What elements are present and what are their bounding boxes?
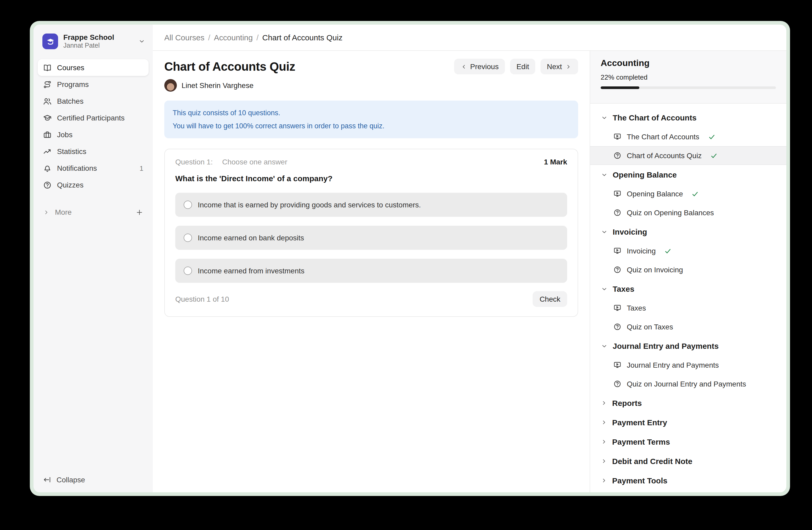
brand-title: Frappe School — [63, 33, 114, 42]
lesson-quiz-on-taxes[interactable]: Quiz on Taxes — [590, 317, 786, 336]
chapter-payment-entry[interactable]: Payment Entry — [590, 413, 786, 432]
chevron-down-icon[interactable] — [138, 38, 145, 45]
edit-button[interactable]: Edit — [510, 59, 535, 74]
sidebar-item-jobs[interactable]: Jobs — [38, 126, 149, 143]
collapse-sidebar-button[interactable]: Collapse — [33, 476, 153, 492]
breadcrumb-all-courses[interactable]: All Courses — [164, 33, 204, 42]
question-instruction: Choose one answer — [222, 158, 287, 166]
quiz-icon — [613, 208, 622, 217]
breadcrumb-separator: / — [256, 33, 259, 42]
lesson-invoicing[interactable]: Invoicing — [590, 241, 786, 260]
quiz-nav-buttons: Previous Edit Next — [454, 59, 578, 74]
sidebar-item-more[interactable]: More — [38, 204, 149, 221]
sidebar-item-label: Batches — [57, 97, 84, 105]
course-progress-header: Accounting 22% completed — [590, 51, 786, 104]
question-marks: 1 Mark — [544, 158, 567, 166]
lesson-title: Opening Balance — [627, 190, 683, 198]
chapter-taxes[interactable]: Taxes — [590, 279, 786, 298]
route-icon — [43, 80, 52, 89]
sidebar-nav: CoursesProgramsBatchesCertified Particip… — [33, 59, 153, 193]
lesson-quiz-on-opening-balances[interactable]: Quiz on Opening Balances — [590, 203, 786, 222]
chapter-title: Opening Balance — [613, 170, 677, 179]
lesson-title: Chart of Accounts Quiz — [627, 151, 701, 160]
notification-count-badge: 1 — [140, 164, 143, 172]
previous-button[interactable]: Previous — [454, 59, 505, 74]
chapter-the-chart-of-accounts[interactable]: The Chart of Accounts — [590, 108, 786, 127]
chevron-right-icon — [600, 419, 607, 426]
question-text: What is the 'Direct Income' of a company… — [175, 174, 567, 183]
lesson-chart-of-accounts-quiz[interactable]: Chart of Accounts Quiz — [590, 146, 786, 165]
answer-option-3[interactable]: Income earned from investments — [175, 259, 567, 283]
course-completed-label: 22% completed — [600, 73, 776, 81]
breadcrumb-separator: / — [208, 33, 210, 42]
bell-icon — [43, 164, 52, 172]
chapter-journal-entry-and-payments[interactable]: Journal Entry and Payments — [590, 336, 786, 355]
course-title: Accounting — [600, 58, 776, 69]
lesson-journal-entry-and-payments[interactable]: Journal Entry and Payments — [590, 355, 786, 375]
answer-option-1[interactable]: Income that is earned by providing goods… — [175, 193, 567, 217]
sidebar-item-quizzes[interactable]: Quizzes — [38, 177, 149, 193]
chapter-payment-terms[interactable]: Payment Terms — [590, 432, 786, 451]
sidebar-more-wrap: More — [33, 196, 153, 221]
chevron-down-icon — [600, 114, 608, 121]
help-circle-icon — [43, 180, 52, 189]
progress-bar-fill — [600, 86, 639, 89]
lesson-the-chart-of-accounts[interactable]: The Chart of Accounts — [590, 127, 786, 146]
question-progress: Question 1 of 10 — [175, 295, 229, 303]
sidebar-item-notifications[interactable]: Notifications1 — [38, 160, 149, 177]
chapter-title: Reports — [612, 399, 642, 407]
sidebar-item-programs[interactable]: Programs — [38, 76, 149, 93]
collapse-label: Collapse — [57, 476, 85, 484]
workspace-switcher[interactable]: Frappe School Jannat Patel — [33, 25, 153, 56]
lesson-opening-balance[interactable]: Opening Balance — [590, 184, 786, 203]
app-window-frame: Frappe School Jannat Patel CoursesProgra… — [30, 21, 790, 496]
chevron-right-icon — [600, 438, 607, 445]
radio-button[interactable] — [184, 267, 192, 275]
video-lesson-icon — [613, 190, 622, 198]
next-button[interactable]: Next — [540, 59, 578, 74]
radio-button[interactable] — [184, 234, 192, 242]
sidebar-item-batches[interactable]: Batches — [38, 93, 149, 110]
lesson-quiz-on-invoicing[interactable]: Quiz on Invoicing — [590, 260, 786, 279]
radio-button[interactable] — [184, 200, 192, 209]
chapter-title: The Chart of Accounts — [613, 113, 697, 122]
chevron-down-icon — [600, 228, 608, 235]
quiz-icon — [613, 151, 622, 160]
sidebar-item-label: Courses — [57, 64, 84, 72]
author-name: Linet Sherin Varghese — [182, 81, 253, 89]
chevron-right-icon — [600, 477, 607, 484]
check-icon — [664, 247, 672, 255]
chevron-down-icon — [600, 171, 608, 178]
chapter-payment-tools[interactable]: Payment Tools — [590, 471, 786, 490]
sidebar-item-certified-participants[interactable]: Certified Participants — [38, 110, 149, 126]
breadcrumb-accounting[interactable]: Accounting — [214, 33, 253, 42]
check-icon — [710, 152, 718, 159]
chapter-opening-balance[interactable]: Opening Balance — [590, 165, 786, 184]
chapter-debit-and-credit-note[interactable]: Debit and Credit Note — [590, 451, 786, 471]
answer-option-2[interactable]: Income earned on bank deposits — [175, 226, 567, 250]
check-button[interactable]: Check — [533, 291, 567, 307]
question-card: Question 1: Choose one answer 1 Mark Wha… — [164, 149, 578, 317]
chapter-reports[interactable]: Reports — [590, 393, 786, 413]
sidebar-item-statistics[interactable]: Statistics — [38, 143, 149, 160]
options-list: Income that is earned by providing goods… — [175, 193, 567, 283]
trending-up-icon — [43, 147, 52, 156]
lesson-taxes[interactable]: Taxes — [590, 298, 786, 317]
lesson-quiz-on-journal-entry-and-payments[interactable]: Quiz on Journal Entry and Payments — [590, 375, 786, 393]
chapter-title: Payment Tools — [612, 476, 667, 485]
plus-icon[interactable] — [135, 208, 143, 216]
chapter-invoicing[interactable]: Invoicing — [590, 222, 786, 241]
graduation-cap-icon — [43, 113, 52, 122]
sidebar-item-courses[interactable]: Courses — [38, 59, 149, 76]
chapter-title: Journal Entry and Payments — [613, 341, 719, 350]
lesson-title: Quiz on Journal Entry and Payments — [627, 380, 746, 388]
course-outline: The Chart of AccountsThe Chart of Accoun… — [590, 104, 786, 492]
collapse-icon — [43, 476, 51, 484]
lesson-title: Quiz on Taxes — [627, 323, 673, 331]
chapter-title: Invoicing — [613, 227, 647, 236]
sidebar-item-label: Certified Participants — [57, 114, 125, 122]
lesson-title: Invoicing — [627, 247, 656, 255]
sidebar-item-label: Jobs — [57, 130, 72, 139]
quiz-icon — [613, 380, 622, 388]
chevron-right-icon — [43, 209, 50, 215]
